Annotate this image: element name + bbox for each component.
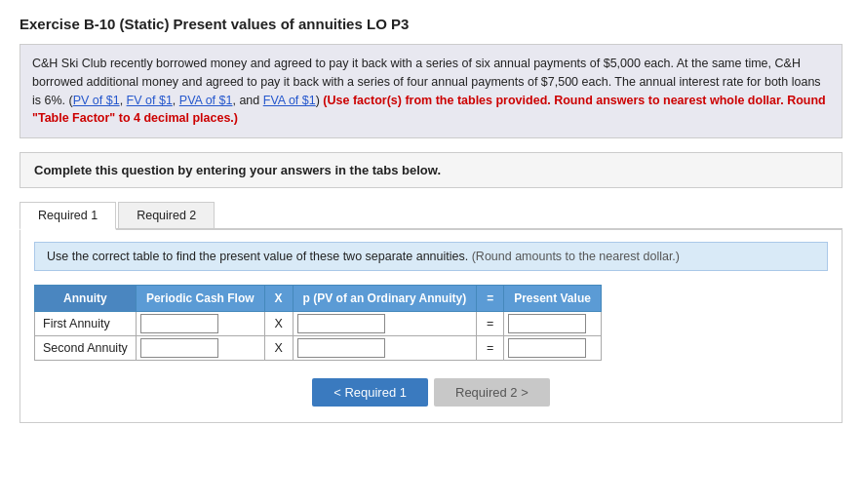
row2-pv-factor-cell [293, 336, 477, 361]
link-fva1[interactable]: FVA of $1 [263, 94, 316, 107]
row2-eq-col: = [477, 336, 504, 361]
col-header-annuity: Annuity [35, 286, 137, 312]
next-button[interactable]: Required 2 > [434, 378, 550, 407]
row1-label: First Annuity [35, 312, 137, 336]
row2-present-value-input[interactable] [508, 338, 586, 358]
col-header-pv-factor: p (PV of an Ordinary Annuity) [293, 286, 477, 312]
info-banner: Use the correct table to find the presen… [34, 242, 828, 271]
bottom-nav: < Required 1 Required 2 > [34, 378, 828, 407]
row1-cash-flow-input[interactable] [140, 314, 218, 333]
tab-required-2[interactable]: Required 2 [118, 202, 215, 228]
row2-present-value-cell [504, 336, 602, 361]
page-title: Exercise B-10 (Static) Present values of… [20, 16, 842, 32]
tabs-row: Required 1 Required 2 [20, 202, 842, 230]
row1-pv-factor-cell [293, 312, 477, 336]
row2-label: Second Annuity [35, 336, 137, 361]
tab-required-1[interactable]: Required 1 [20, 202, 116, 230]
problem-text-box: C&H Ski Club recently borrowed money and… [20, 44, 842, 138]
col-header-cash-flow: Periodic Cash Flow [136, 286, 264, 312]
row1-cash-flow-cell [136, 312, 264, 336]
row1-pv-factor-input[interactable] [297, 314, 385, 333]
link-pva1[interactable]: PVA of $1 [179, 94, 233, 107]
row1-present-value-cell [504, 312, 602, 336]
row1-x-col: X [264, 312, 293, 336]
annuity-table: Annuity Periodic Cash Flow X p (PV of an… [34, 285, 602, 361]
row2-cash-flow-cell [136, 336, 264, 361]
row2-pv-factor-input[interactable] [297, 338, 385, 358]
prev-button[interactable]: < Required 1 [312, 378, 428, 407]
link-fv1[interactable]: FV of $1 [127, 94, 173, 107]
table-row: Second Annuity X = [35, 336, 602, 361]
row2-x-col: X [264, 336, 293, 361]
col-header-x: X [264, 286, 293, 312]
round-note: (Round amounts to the nearest dollar.) [472, 250, 680, 263]
instruction-text: Complete this question by entering your … [34, 163, 441, 177]
link-pv1[interactable]: PV of $1 [73, 94, 120, 107]
row2-cash-flow-input[interactable] [140, 338, 218, 358]
next-button-label: Required 2 > [455, 385, 529, 400]
col-header-present-value: Present Value [504, 286, 602, 312]
prev-button-label: < Required 1 [333, 385, 407, 400]
row1-present-value-input[interactable] [508, 314, 586, 333]
row1-eq-col: = [477, 312, 504, 336]
col-header-eq: = [477, 286, 504, 312]
instruction-box: Complete this question by entering your … [20, 152, 842, 188]
content-area: Use the correct table to find the presen… [20, 230, 842, 423]
table-row: First Annuity X = [35, 312, 602, 336]
info-banner-text: Use the correct table to find the presen… [47, 250, 468, 263]
